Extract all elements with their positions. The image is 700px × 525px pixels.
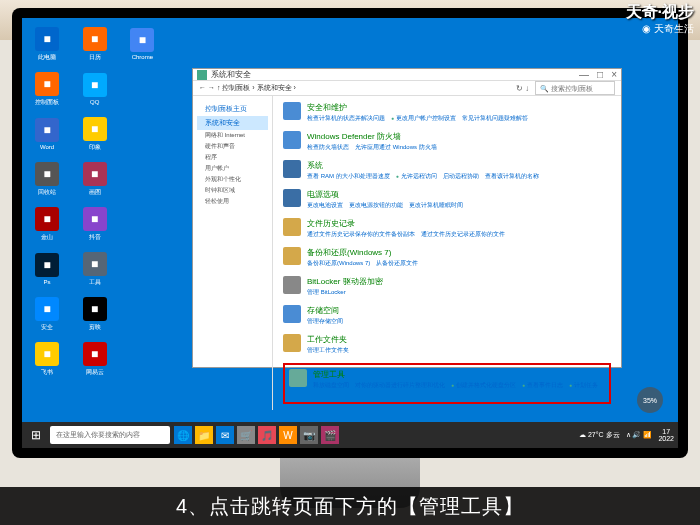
sidebar-item[interactable]: 硬件和声音 [197,141,268,152]
desktop-icon[interactable]: ■剪映 [75,293,115,335]
category-link[interactable]: 允许应用通过 Windows 防火墙 [355,143,437,152]
taskbar-app-icon[interactable]: 📷 [300,426,318,444]
category-link[interactable]: 管理工作文件夹 [307,346,349,355]
admin-tool-link[interactable]: 计划任务 [569,381,598,390]
taskbar-app-icon[interactable]: 🎬 [321,426,339,444]
content-area: 安全和维护检查计算机的状态并解决问题更改用户帐户控制设置常见计算机问题疑难解答W… [273,96,621,410]
breadcrumb[interactable]: ← → ↑ 控制面板 › 系统和安全 › [199,83,510,93]
category-link[interactable]: 查看 RAM 的大小和处理器速度 [307,172,390,181]
sidebar-item[interactable]: 轻松使用 [197,196,268,207]
category-link[interactable]: 管理 BitLocker [307,288,346,297]
category-link[interactable]: 允许远程访问 [396,172,437,181]
tools-icon [289,369,307,387]
category-link[interactable]: 查看该计算机的名称 [485,172,539,181]
start-button[interactable]: ⊞ [26,425,46,445]
category-title[interactable]: 安全和维护 [307,102,611,113]
desktop-icon[interactable]: ■控制面板 [27,68,67,110]
category: BitLocker 驱动器加密管理 BitLocker [283,276,611,297]
category-icon [283,276,301,294]
category-link[interactable]: 更改用户帐户控制设置 [391,114,456,123]
desktop-icon[interactable]: ■网易云 [75,338,115,380]
taskbar-app-icon[interactable]: 🌐 [174,426,192,444]
desktop-icon[interactable]: ■工具 [75,248,115,290]
admin-tool-link[interactable]: 创建并格式化硬盘分区 [451,381,516,390]
category-title[interactable]: Windows Defender 防火墙 [307,131,611,142]
desktop-icon[interactable]: ■Chrome [122,23,162,65]
category-link[interactable]: 更改电池设置 [307,201,343,210]
category-link[interactable]: 更改计算机睡眠时间 [409,201,463,210]
desktop-icon[interactable]: ■印象 [75,113,115,155]
category-link[interactable]: 检查计算机的状态并解决问题 [307,114,385,123]
category-title[interactable]: 文件历史记录 [307,218,611,229]
taskbar-app-icon[interactable]: W [279,426,297,444]
addressbar: ← → ↑ 控制面板 › 系统和安全 › ↻ ↓ [193,81,621,96]
desktop: ■此电脑■控制面板■Word■回收站■金山■Ps■安全■飞书■日历■QQ■印象■… [22,18,678,448]
desktop-icon[interactable]: ■金山 [27,203,67,245]
admin-tool-link[interactable]: 对你的驱动器进行碎片整理和优化 [355,381,445,390]
taskbar-app-icon[interactable]: 🎵 [258,426,276,444]
sidebar-item-active[interactable]: 系统和安全 [197,116,268,130]
desktop-icon[interactable]: ■Word [27,113,67,155]
desktop-icon[interactable]: ■抖音 [75,203,115,245]
category: 安全和维护检查计算机的状态并解决问题更改用户帐户控制设置常见计算机问题疑难解答 [283,102,611,123]
taskbar-app-icon[interactable]: 🛒 [237,426,255,444]
clock[interactable]: 17 2022 [658,428,674,442]
category-icon [283,218,301,236]
taskbar-search[interactable]: 在这里输入你要搜索的内容 [50,426,170,444]
taskbar-app-icon[interactable]: 📁 [195,426,213,444]
category: 存储空间管理存储空间 [283,305,611,326]
category-title[interactable]: BitLocker 驱动器加密 [307,276,611,287]
category-title[interactable]: 工作文件夹 [307,334,611,345]
category-icon [283,305,301,323]
zoom-badge[interactable]: 35% [637,387,663,413]
sidebar-item[interactable]: 外观和个性化 [197,174,268,185]
admin-tools-title[interactable]: 管理工具 [313,369,605,380]
maximize-button[interactable]: □ [597,69,603,80]
tray-icons[interactable]: ∧ 🔊 📶 [626,431,653,439]
category-title[interactable]: 存储空间 [307,305,611,316]
sidebar-item[interactable]: 用户帐户 [197,163,268,174]
desktop-icon[interactable]: ■此电脑 [27,23,67,65]
caption-text: 4、点击跳转页面下方的【管理工具】 [0,487,700,525]
category: 电源选项更改电池设置更改电源按钮的功能更改计算机睡眠时间 [283,189,611,210]
category-link[interactable]: 通过文件历史记录保存你的文件备份副本 [307,230,415,239]
category-link[interactable]: 常见计算机问题疑难解答 [462,114,528,123]
sidebar-item[interactable]: 程序 [197,152,268,163]
desktop-icon[interactable]: ■画图 [75,158,115,200]
category-icon [283,189,301,207]
category-link[interactable]: 更改电源按钮的功能 [349,201,403,210]
category-link[interactable]: 管理存储空间 [307,317,343,326]
desktop-icon[interactable]: ■日历 [75,23,115,65]
taskbar-app-icon[interactable]: ✉ [216,426,234,444]
desktop-icon[interactable]: ■飞书 [27,338,67,380]
category-link[interactable]: 备份和还原(Windows 7) [307,259,370,268]
category-link[interactable]: 检查防火墙状态 [307,143,349,152]
admin-tool-link[interactable]: 释放磁盘空间 [313,381,349,390]
category-link[interactable]: 通过文件历史记录还原你的文件 [421,230,505,239]
category-title[interactable]: 电源选项 [307,189,611,200]
desktop-icons: ■此电脑■控制面板■Word■回收站■金山■Ps■安全■飞书■日历■QQ■印象■… [27,23,167,403]
sidebar-item[interactable]: 时钟和区域 [197,185,268,196]
category-title[interactable]: 系统 [307,160,611,171]
sidebar-item[interactable]: 网络和 Internet [197,130,268,141]
weather-widget[interactable]: ☁ 27°C 多云 [579,430,620,440]
search-input[interactable] [535,81,615,95]
minimize-button[interactable]: — [579,69,589,80]
desktop-icon[interactable]: ■安全 [27,293,67,335]
close-button[interactable]: × [611,69,617,80]
admin-tool-link[interactable]: 查看事件日志 [522,381,563,390]
taskbar: ⊞ 在这里输入你要搜索的内容 🌐📁✉🛒🎵W📷🎬 ☁ 27°C 多云 ∧ 🔊 📶 … [22,422,678,448]
category-link[interactable]: 从备份还原文件 [376,259,418,268]
category: 工作文件夹管理工作文件夹 [283,334,611,355]
category: 系统查看 RAM 的大小和处理器速度允许远程访问启动远程协助查看该计算机的名称 [283,160,611,181]
refresh-icon[interactable]: ↻ ↓ [516,84,529,93]
category: 备份和还原(Windows 7)备份和还原(Windows 7)从备份还原文件 [283,247,611,268]
category-title[interactable]: 备份和还原(Windows 7) [307,247,611,258]
category-link[interactable]: 启动远程协助 [443,172,479,181]
sidebar-home[interactable]: 控制面板主页 [197,102,268,116]
watermark-main: 天奇·视步 [626,2,694,23]
desktop-icon[interactable]: ■QQ [75,68,115,110]
desktop-icon[interactable]: ■Ps [27,248,67,290]
desktop-icon[interactable]: ■回收站 [27,158,67,200]
titlebar: 系统和安全 — □ × [193,69,621,81]
